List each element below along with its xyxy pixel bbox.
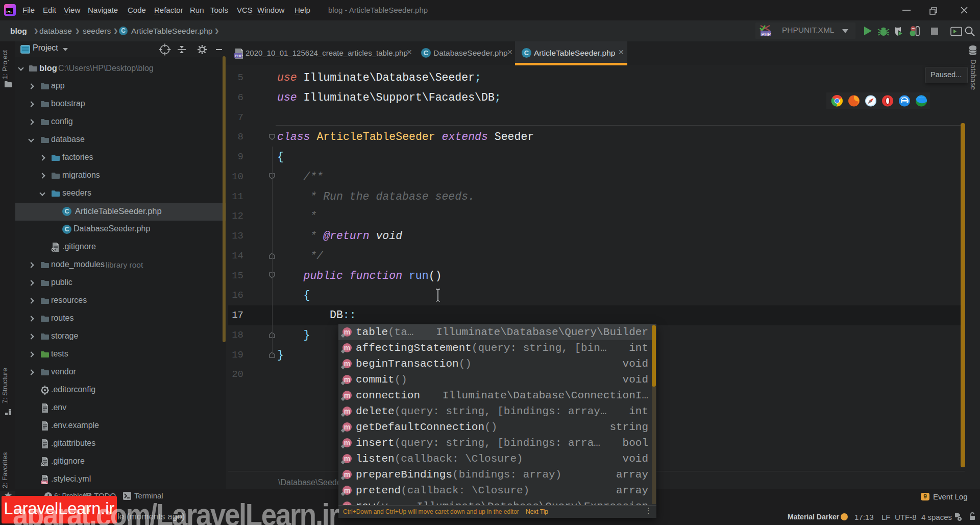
svg-text:YML: YML (41, 481, 47, 484)
svg-text:PHP: PHP (762, 32, 771, 37)
svg-text:PS: PS (7, 10, 12, 14)
svg-text:PHP: PHP (235, 54, 242, 58)
